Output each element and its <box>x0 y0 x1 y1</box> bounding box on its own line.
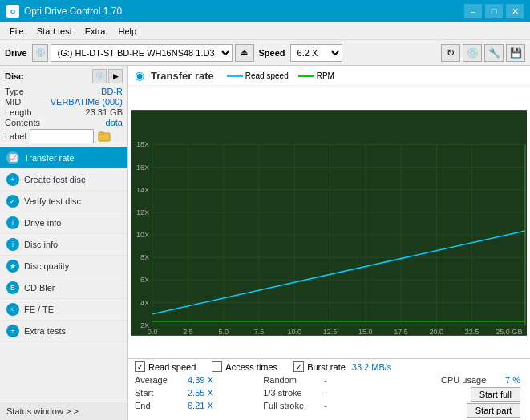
label-input[interactable] <box>30 129 94 143</box>
checkbox-read-speed[interactable]: ✓ Read speed <box>135 361 196 372</box>
svg-text:10X: 10X <box>136 231 149 239</box>
svg-text:10.0: 10.0 <box>287 328 301 336</box>
folder-icon <box>98 130 111 143</box>
stat-1-3-stroke-row: 1/3 stroke - <box>263 387 391 398</box>
maximize-button[interactable]: □ <box>485 4 503 18</box>
close-button[interactable]: ✕ <box>506 4 524 18</box>
start-value: 2.55 X <box>188 388 220 398</box>
cpu-value: 7 % <box>505 375 520 385</box>
svg-text:2.5: 2.5 <box>183 328 193 336</box>
chart-container: 2X 4X 6X 8X 10X 12X 14X 16X 18X <box>128 86 530 358</box>
nav-verify-test-disc[interactable]: ✓ Verify test disc <box>0 191 127 212</box>
nav-cd-bler[interactable]: B CD Bler <box>0 277 127 299</box>
length-value: 23.31 GB <box>86 107 123 117</box>
svg-rect-1 <box>99 132 103 135</box>
checkbox-burst-rate[interactable]: ✓ Burst rate 33.2 MB/s <box>293 361 391 372</box>
menu-help[interactable]: Help <box>111 22 143 39</box>
average-label: Average <box>135 375 183 385</box>
stroke-1-3-value: - <box>324 388 340 398</box>
legend-read-speed-color <box>227 75 243 77</box>
window-controls: – □ ✕ <box>464 4 524 18</box>
svg-text:15.0: 15.0 <box>358 328 373 336</box>
contents-value: data <box>106 118 123 127</box>
nav-transfer-rate[interactable]: 📈 Transfer rate <box>0 147 127 169</box>
label-browse-button[interactable] <box>97 129 111 143</box>
start-full-button[interactable]: Start full <box>471 387 520 402</box>
eject-button[interactable]: ⏏ <box>235 44 254 62</box>
svg-text:8X: 8X <box>140 253 149 261</box>
stats-area: ✓ Read speed Access times ✓ Burst rate 3… <box>128 358 530 420</box>
status-window-button[interactable]: Status window > > <box>0 402 127 420</box>
nav-disc-quality[interactable]: ★ Disc quality <box>0 256 127 277</box>
drive-info-icon: i <box>6 216 19 229</box>
checkbox-read-speed-box[interactable]: ✓ <box>135 361 145 372</box>
minimize-button[interactable]: – <box>464 4 482 18</box>
settings-button[interactable]: 🔧 <box>484 44 504 62</box>
stat-cpu-row: CPU usage 7 % <box>441 374 520 386</box>
disc-icon-2[interactable]: ▶ <box>108 69 123 83</box>
chart-icon: ◉ <box>135 69 144 82</box>
length-label: Length <box>5 107 32 117</box>
stat-full-stroke-row: Full stroke - <box>263 400 391 411</box>
drive-bar: Drive 💿 (G:) HL-DT-ST BD-RE WH16NS48 1.D… <box>0 40 530 66</box>
stroke-1-3-label: 1/3 stroke <box>263 388 319 398</box>
end-value: 6.21 X <box>188 401 220 410</box>
main-content: Disc 💿 ▶ Type BD-R MID VERBATIMe (000) L… <box>0 66 530 420</box>
checkbox-access-times-box[interactable] <box>212 361 222 372</box>
nav-fe-te-label: FE / TE <box>24 305 54 314</box>
nav-transfer-rate-label: Transfer rate <box>24 153 75 163</box>
nav-create-test-disc[interactable]: + Create test disc <box>0 169 127 191</box>
svg-text:12X: 12X <box>136 208 149 216</box>
nav-extra-tests[interactable]: + Extra tests <box>0 321 127 342</box>
disc-icon-1[interactable]: 💿 <box>92 69 107 83</box>
start-part-container: Start part <box>467 403 520 418</box>
random-label: Random <box>263 375 319 385</box>
stat-end-row: End 6.21 X <box>135 400 263 411</box>
svg-text:5.0: 5.0 <box>218 328 229 336</box>
drive-icon: 💿 <box>32 44 48 62</box>
chart-title: Transfer rate <box>151 70 214 82</box>
speed-select[interactable]: 6.2 X <box>290 44 342 62</box>
save-button[interactable]: 💾 <box>506 44 525 62</box>
chart-svg: 2X 4X 6X 8X 10X 12X 14X 16X 18X <box>131 89 527 357</box>
svg-text:22.5: 22.5 <box>465 328 479 336</box>
refresh-button[interactable]: ↻ <box>441 44 460 62</box>
disc-quality-icon: ★ <box>6 260 19 273</box>
menu-file[interactable]: File <box>3 22 30 39</box>
nav-disc-quality-label: Disc quality <box>24 261 69 271</box>
disc-button[interactable]: 💿 <box>463 44 482 62</box>
stat-average-row: Average 4.39 X <box>135 374 263 386</box>
chart-header: ◉ Transfer rate Read speed RPM <box>128 66 530 86</box>
menu-start-test[interactable]: Start test <box>30 22 79 39</box>
svg-text:16X: 16X <box>136 164 149 172</box>
svg-rect-2 <box>131 110 527 336</box>
stats-rows: Average 4.39 X Start 2.55 X End 6.21 X <box>135 374 524 418</box>
end-label: End <box>135 401 183 410</box>
checkbox-access-times[interactable]: Access times <box>212 361 277 372</box>
stats-checkboxes: ✓ Read speed Access times ✓ Burst rate 3… <box>135 361 524 372</box>
drive-select[interactable]: (G:) HL-DT-ST BD-RE WH16NS48 1.D3 <box>51 44 233 62</box>
svg-text:20.0: 20.0 <box>430 328 444 336</box>
drive-label: Drive <box>5 48 27 58</box>
svg-text:4X: 4X <box>140 299 149 307</box>
start-label: Start <box>135 388 183 398</box>
checkbox-read-speed-label: Read speed <box>148 362 196 372</box>
stat-start-row: Start 2.55 X <box>135 387 263 398</box>
nav-fe-te[interactable]: ≈ FE / TE <box>0 299 127 321</box>
checkbox-burst-rate-label: Burst rate <box>307 362 346 372</box>
svg-text:14X: 14X <box>136 186 149 194</box>
nav-disc-info[interactable]: i Disc info <box>0 234 127 256</box>
burst-rate-value: 33.2 MB/s <box>352 362 392 372</box>
disc-panel: Disc 💿 ▶ Type BD-R MID VERBATIMe (000) L… <box>0 66 127 147</box>
menu-extra[interactable]: Extra <box>79 22 112 39</box>
svg-text:17.5: 17.5 <box>394 328 408 336</box>
start-part-button[interactable]: Start part <box>467 403 520 418</box>
legend-rpm-label: RPM <box>317 71 334 80</box>
checkbox-burst-rate-box[interactable]: ✓ <box>293 361 304 372</box>
verify-test-disc-icon: ✓ <box>6 195 19 208</box>
full-stroke-label: Full stroke <box>263 401 319 410</box>
nav-cd-bler-label: CD Bler <box>24 283 55 293</box>
nav-drive-info[interactable]: i Drive info <box>0 212 127 234</box>
nav-verify-test-disc-label: Verify test disc <box>24 196 81 206</box>
chart-legend: Read speed RPM <box>227 71 334 80</box>
